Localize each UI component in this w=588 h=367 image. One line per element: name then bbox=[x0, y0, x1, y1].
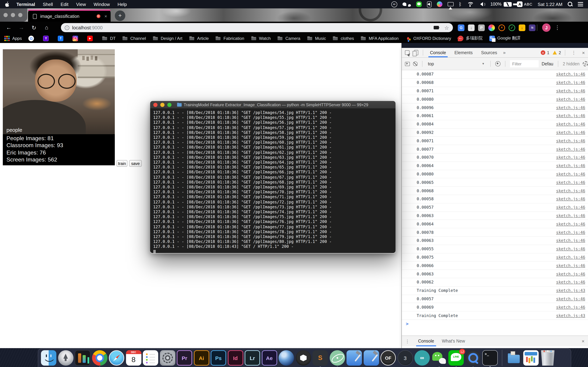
dock-item[interactable] bbox=[523, 350, 538, 366]
drawer-close-icon[interactable]: × bbox=[582, 338, 585, 344]
terminal-minimize-button[interactable] bbox=[160, 103, 164, 107]
dock-item[interactable] bbox=[295, 350, 311, 366]
terminal-output[interactable]: 127.0.0.1 - - [08/Dec/2018 01:18:36] "GE… bbox=[150, 109, 395, 253]
dock-item[interactable]: Ae bbox=[262, 350, 277, 366]
terminal-window[interactable]: TrainingModel Feature Extractor_Image_Cl… bbox=[150, 101, 395, 253]
apple-icon[interactable] bbox=[5, 1, 9, 7]
status-icon[interactable]: ᛒ bbox=[459, 1, 462, 7]
back-icon[interactable]: ← bbox=[3, 25, 14, 31]
extension-icon[interactable]: × bbox=[498, 24, 505, 31]
devtools-menu-icon[interactable]: ⋮ bbox=[571, 50, 576, 55]
extension-icon[interactable]: ≈ bbox=[529, 24, 536, 31]
dock-item[interactable] bbox=[279, 350, 294, 366]
dock-item[interactable] bbox=[41, 350, 56, 366]
source-link[interactable]: sketch.js:46 bbox=[556, 280, 585, 285]
dock-item[interactable]: DEC 8 bbox=[126, 350, 141, 366]
source-link[interactable]: sketch.js:43 bbox=[556, 313, 585, 318]
source-link[interactable]: sketch.js:46 bbox=[556, 246, 585, 251]
dock-item[interactable] bbox=[540, 350, 555, 366]
bookmark-item[interactable]: Design / Art bbox=[153, 35, 182, 41]
window-minimize-button[interactable] bbox=[11, 13, 15, 17]
forward-icon[interactable]: → bbox=[16, 25, 26, 31]
camera-in-use-icon[interactable] bbox=[433, 26, 439, 29]
window-close-button[interactable] bbox=[3, 13, 8, 17]
dock-item[interactable]: Lr bbox=[245, 350, 260, 366]
status-icon[interactable] bbox=[402, 1, 411, 7]
source-link[interactable]: sketch.js:46 bbox=[556, 130, 585, 135]
source-link[interactable]: sketch.js:46 bbox=[556, 230, 585, 235]
menu-item[interactable]: Edit bbox=[61, 1, 69, 7]
log-levels-dropdown[interactable]: Defau bbox=[542, 61, 553, 66]
dock-item[interactable]: OF bbox=[380, 350, 396, 366]
dock-item[interactable]: Ps bbox=[211, 350, 226, 366]
menu-item[interactable]: Terminal bbox=[17, 1, 35, 7]
dock-item[interactable] bbox=[109, 350, 124, 366]
dock-item[interactable] bbox=[502, 350, 502, 366]
bookmark-item[interactable]: Music bbox=[307, 35, 326, 41]
source-link[interactable]: sketch.js:46 bbox=[556, 263, 585, 268]
error-count-icon[interactable]: × bbox=[541, 50, 545, 55]
new-tab-button[interactable]: + bbox=[115, 10, 125, 21]
warning-count-icon[interactable] bbox=[553, 51, 557, 55]
terminal-zoom-button[interactable] bbox=[167, 103, 171, 107]
address-bar[interactable]: i localhost:9000 ☆ bbox=[61, 23, 453, 32]
devtools-tab[interactable]: Elements bbox=[450, 48, 477, 57]
dock-item[interactable] bbox=[346, 350, 362, 366]
status-icon[interactable] bbox=[416, 1, 422, 7]
bookmark-item[interactable] bbox=[73, 35, 81, 41]
dock-item[interactable]: >_ bbox=[482, 350, 498, 366]
source-link[interactable]: sketch.js:46 bbox=[556, 72, 585, 77]
status-icon[interactable]: ∞ bbox=[391, 1, 397, 7]
extension-icon[interactable]: G bbox=[458, 24, 465, 31]
menu-item[interactable]: Window bbox=[94, 1, 110, 7]
source-link[interactable]: sketch.js:46 bbox=[556, 147, 585, 151]
dock-item[interactable]: ∞ bbox=[415, 350, 430, 366]
devtools-close-icon[interactable]: × bbox=[582, 50, 585, 55]
source-link[interactable]: sketch.js:46 bbox=[556, 180, 585, 185]
dock-item[interactable] bbox=[329, 350, 345, 366]
status-icon[interactable]: AABC bbox=[517, 1, 532, 7]
dock-item[interactable] bbox=[431, 350, 447, 366]
status-icon[interactable] bbox=[568, 2, 573, 7]
extension-icon[interactable]: ↓ bbox=[468, 24, 475, 31]
source-link[interactable]: sketch.js:46 bbox=[556, 155, 585, 160]
status-icon[interactable] bbox=[427, 1, 431, 7]
dock-item[interactable] bbox=[363, 350, 379, 366]
drawer-menu-icon[interactable]: ⋮ bbox=[405, 339, 410, 344]
bookmark-star-icon[interactable]: ☆ bbox=[444, 25, 449, 30]
extension-icon[interactable] bbox=[488, 24, 495, 31]
source-link[interactable]: sketch.js:46 bbox=[556, 172, 585, 176]
dock-item[interactable] bbox=[58, 350, 73, 366]
device-toolbar-icon[interactable] bbox=[414, 50, 418, 55]
dock-item[interactable] bbox=[92, 350, 107, 366]
source-link[interactable]: sketch.js:46 bbox=[556, 255, 585, 260]
status-icon[interactable] bbox=[467, 2, 473, 7]
save-button[interactable]: save bbox=[129, 160, 142, 167]
site-info-icon[interactable]: i bbox=[65, 25, 69, 30]
clear-console-icon[interactable] bbox=[413, 61, 417, 66]
source-link[interactable]: sketch.js:46 bbox=[556, 305, 585, 309]
source-link[interactable]: sketch.js:46 bbox=[556, 138, 585, 143]
source-link[interactable]: sketch.js:46 bbox=[556, 296, 585, 301]
bookmark-item[interactable]: Fabrication bbox=[216, 35, 244, 41]
source-link[interactable]: sketch.js:46 bbox=[556, 88, 585, 93]
dock-item[interactable]: Ai bbox=[194, 350, 209, 366]
bookmark-item[interactable]: Article bbox=[189, 35, 209, 41]
train-button[interactable]: train bbox=[117, 160, 127, 167]
drawer-tab[interactable]: Console bbox=[414, 336, 438, 346]
menu-item[interactable]: Help bbox=[118, 1, 127, 7]
status-icon[interactable] bbox=[578, 2, 583, 6]
bookmark-item[interactable]: ▶ bbox=[87, 35, 95, 41]
tab-close-icon[interactable]: × bbox=[104, 14, 107, 18]
bookmark-item[interactable]: OXFORD Dictionary bbox=[405, 35, 451, 41]
extension-icon[interactable]: ✓ bbox=[509, 24, 515, 31]
bookmark-item[interactable]: 多瑙影院 bbox=[458, 35, 483, 41]
source-link[interactable]: sketch.js:46 bbox=[556, 213, 585, 218]
home-icon[interactable]: ⌂ bbox=[41, 25, 52, 31]
source-link[interactable]: sketch.js:46 bbox=[556, 105, 585, 110]
source-link[interactable]: sketch.js:46 bbox=[556, 80, 585, 85]
dock-item[interactable]: 12 LINE bbox=[448, 350, 464, 366]
bookmark-item[interactable]: Channel bbox=[122, 35, 146, 41]
source-link[interactable]: sketch.js:46 bbox=[556, 122, 585, 126]
devtools-tab[interactable]: Console bbox=[426, 48, 450, 57]
